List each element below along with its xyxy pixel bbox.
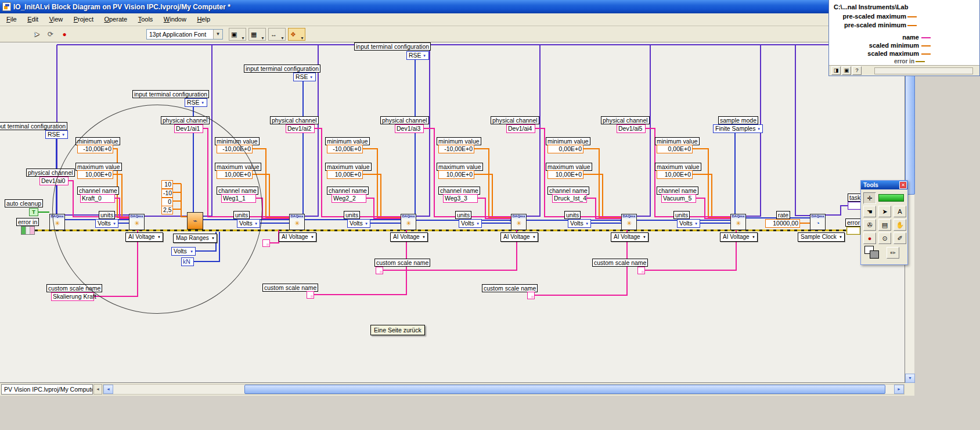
input-terminal-config-ring[interactable]: RSE▼ [406, 51, 429, 60]
physical-channel-value[interactable]: Dev1/ai1 [174, 124, 203, 133]
auto-cleanup-true-constant[interactable]: T [29, 208, 38, 216]
task-terminal[interactable] [848, 202, 862, 210]
run-continuous-button[interactable]: ⟳ [44, 28, 57, 41]
wire-tool[interactable]: ✇ [863, 219, 876, 231]
map-ranges-unit-in-ring[interactable]: Volts▼ [171, 247, 196, 256]
probe-tool[interactable]: ⊙ [878, 232, 891, 244]
daqmx-create-task-node[interactable]: DAQmx✳ [49, 214, 65, 230]
ai-voltage-selector[interactable]: AI Voltage▼ [500, 232, 538, 242]
minimum-value[interactable]: -10,00E+0 [77, 145, 113, 153]
sample-mode-ring[interactable]: Finite Samples▼ [713, 124, 763, 133]
channel-name-value[interactable]: Druck_Ist_4 [552, 194, 587, 203]
menu-file[interactable]: File [2, 13, 21, 24]
physical-channel-value[interactable]: Dev1/ai0 [39, 177, 69, 185]
units-ring[interactable]: Volts▼ [95, 219, 118, 228]
maximum-value[interactable]: 10,00E+0 [657, 170, 693, 179]
ai-voltage-selector[interactable]: AI Voltage▼ [611, 232, 648, 242]
custom-scale-terminal[interactable] [637, 267, 645, 274]
rate-value[interactable]: 10000,00 [765, 219, 800, 228]
close-icon[interactable]: ✕ [899, 181, 907, 189]
units-ring[interactable]: Volts▼ [677, 219, 700, 228]
map-ranges-node[interactable]: ⌁ [187, 212, 203, 230]
custom-scale-string[interactable]: Skalierung Kraft [51, 292, 94, 301]
channel-name-value[interactable]: Vacuum_5 [661, 194, 696, 203]
color-copy-tool[interactable]: ✐ [893, 232, 906, 244]
input-terminal-config-ring[interactable]: RSE▼ [293, 73, 316, 81]
brush-tool[interactable]: ✏ [887, 247, 899, 259]
operate-value-tool[interactable]: ☚ [863, 206, 876, 217]
edit-text-tool[interactable]: A [893, 206, 906, 217]
input-terminal-config-ring[interactable]: RSE▼ [185, 98, 207, 107]
help-question-icon[interactable]: ? [852, 66, 862, 75]
distribute-objects-button[interactable]: ▦ ▼ [248, 28, 266, 41]
channel-name-value[interactable]: Kraft_0 [80, 194, 115, 203]
help-scrollbar[interactable] [874, 67, 973, 74]
position-tool[interactable]: ➤ [878, 206, 891, 217]
channel-name-value[interactable]: Weg1_1 [221, 194, 256, 203]
menu-project[interactable]: Project [70, 13, 98, 24]
tools-palette[interactable]: Tools ✕ ✛ ☚ ➤ A ✇ ▤ ✋ ● ⊙ ✐ ✏ [860, 180, 908, 265]
scroll-hand-tool[interactable]: ✋ [893, 219, 906, 231]
units-ring[interactable]: Volts▼ [237, 219, 260, 228]
horizontal-scrollbar[interactable]: ◄ ► [103, 384, 905, 395]
daqmx-create-channel-node[interactable]: DAQmx✳ [289, 214, 305, 230]
daqmx-create-channel-node[interactable]: DAQmx✳ [730, 214, 746, 230]
custom-scale-terminal[interactable] [527, 292, 535, 299]
horizontal-scrollbar-thumb[interactable] [244, 385, 885, 394]
dropdown-arrow-icon[interactable]: ▼ [213, 30, 222, 39]
auto-tool-button[interactable]: ✛ [863, 192, 876, 204]
daqmx-create-channel-node[interactable]: DAQmx✳ [621, 214, 637, 230]
custom-scale-terminal[interactable] [262, 239, 270, 247]
maximum-value[interactable]: 10,00E+0 [217, 170, 253, 179]
menu-operate[interactable]: Operate [100, 13, 131, 24]
physical-channel-value[interactable]: Dev1/ai3 [395, 124, 424, 133]
map-ranges-constant[interactable]: 2,5 [161, 206, 173, 214]
diagram-tab[interactable]: PV Vision IPC.lvproj/My Computer [1, 384, 93, 395]
menu-help[interactable]: Help [193, 13, 214, 24]
daqmx-timing-node[interactable]: DAQmx◔ [810, 214, 826, 230]
daqmx-create-channel-node[interactable]: DAQmx✳ [511, 214, 527, 230]
run-button[interactable]: ➤ [30, 28, 43, 41]
block-diagram-canvas[interactable]: input terminal configuration RSE▼ input … [0, 42, 905, 383]
physical-channel-value[interactable]: Dev1/ai2 [286, 124, 315, 133]
align-objects-button[interactable]: ▣ ▼ [229, 28, 246, 41]
help-lock-icon[interactable]: ▣ [842, 66, 851, 75]
error-terminal[interactable] [846, 227, 860, 235]
title-bar[interactable]: IO_InitAI.vi Block Diagram on PV Vision … [0, 0, 914, 13]
ai-voltage-selector[interactable]: AI Voltage▼ [390, 232, 428, 242]
menu-view[interactable]: View [45, 13, 67, 24]
custom-scale-terminal[interactable] [376, 267, 383, 274]
map-ranges-constant[interactable]: 10 [161, 180, 173, 189]
minimum-value[interactable]: 0,00E+0 [657, 145, 693, 153]
maximum-value[interactable]: 10,00E+0 [547, 170, 583, 179]
map-ranges-constant[interactable]: -10 [161, 189, 173, 198]
ai-voltage-selector[interactable]: AI Voltage▼ [125, 232, 163, 242]
sample-clock-selector[interactable]: Sample Clock▼ [798, 232, 845, 242]
minimum-value[interactable]: -10,00E+0 [327, 145, 363, 153]
help-view-icon[interactable]: ◨ [831, 66, 841, 75]
abort-button[interactable]: ● [58, 28, 71, 41]
daqmx-create-channel-node[interactable]: DAQmx✳ [129, 214, 145, 230]
units-ring[interactable]: Volts▼ [347, 219, 370, 228]
physical-channel-value[interactable]: Dev1/ai5 [617, 124, 646, 133]
menu-tools[interactable]: Tools [134, 13, 157, 24]
maximum-value[interactable]: 10,00E+0 [438, 170, 474, 179]
physical-channel-value[interactable]: Dev1/ai4 [506, 124, 535, 133]
context-help-window[interactable]: C:\...nal Instruments\Lab pre-scaled max… [828, 0, 980, 76]
maximum-value[interactable]: 10,00E+0 [77, 170, 113, 179]
menu-edit[interactable]: Edit [23, 13, 42, 24]
shortcut-menu-tool[interactable]: ▤ [878, 219, 891, 231]
units-ring[interactable]: Volts▼ [459, 219, 482, 228]
scroll-left-icon[interactable]: ◄ [103, 385, 113, 394]
ai-voltage-selector[interactable]: AI Voltage▼ [279, 232, 316, 242]
reorder-button[interactable]: ❖ ▼ [288, 28, 305, 41]
input-terminal-config-ring[interactable]: RSE▼ [45, 130, 68, 139]
menu-window[interactable]: Window [160, 13, 190, 24]
map-ranges-unit-out[interactable]: kN [181, 257, 194, 266]
daqmx-create-channel-node[interactable]: DAQmx✳ [401, 214, 416, 230]
set-color-tool[interactable] [864, 246, 882, 260]
font-selector[interactable]: 13pt Application Font ▼ [146, 29, 223, 40]
scroll-down-icon[interactable]: ▼ [905, 374, 915, 383]
minimum-value[interactable]: -10,00E+0 [438, 145, 474, 153]
map-ranges-selector[interactable]: Map Ranges▼ [173, 234, 217, 243]
